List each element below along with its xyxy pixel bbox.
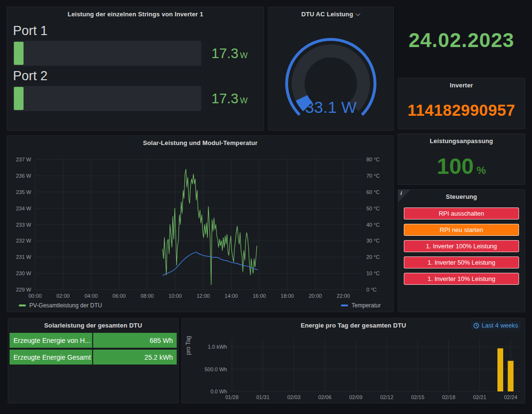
solar-y-left-tick: 234 W: [16, 206, 31, 211]
panel-solar-chart: Solar-Leistung und Modul-Temperatur 237 …: [7, 135, 394, 312]
energy-bar: [508, 361, 514, 391]
port1-gauge: 17.3 W: [13, 41, 258, 66]
solar-x-tick: 20:00: [309, 293, 322, 299]
solar-y-left-tick: 236 W: [16, 173, 31, 179]
energy-y-tick: 500.0 Wh: [205, 366, 227, 372]
solar-y-right-tick: 40 °C: [366, 222, 380, 228]
port1-bar-fill: [14, 42, 24, 65]
solar-y-left-tick: 229 W: [16, 287, 31, 292]
panel-energy-bars: Energie pro Tag der gesamten DTU Last 4 …: [181, 318, 525, 403]
panel-date: 24.02.2023: [398, 7, 525, 74]
panel-leistungsanpassung: Leistungsanpassung 100 %: [398, 134, 525, 185]
panel-strings: Leistung der einzelnen Strings von Inver…: [7, 7, 264, 131]
panel-energy-table: Solarleistung der gesamten DTU Erzeugte …: [8, 318, 179, 403]
solar-y-right-tick: 20 °C: [366, 254, 380, 260]
solar-x-tick: 10:00: [169, 293, 182, 299]
port2-value-unit: W: [240, 96, 248, 106]
solar-x-tick: 06:00: [112, 293, 126, 299]
table-cell-value: 25.2 kWh: [93, 350, 177, 365]
port2-bar-fill: [14, 87, 24, 110]
port2-label: Port 2: [13, 69, 258, 83]
solar-y-left-tick: 230 W: [16, 270, 31, 276]
panel-gauge-title[interactable]: DTU AC Leistung: [268, 7, 393, 21]
solar-x-tick: 12:00: [196, 293, 210, 299]
solar-chart-legend: PV-Gesamtleistung der DTUTemperatur: [7, 302, 393, 309]
panel-strings-title[interactable]: Leistung der einzelnen Strings von Inver…: [7, 7, 264, 21]
solar-x-tick: 04:00: [85, 293, 98, 299]
port1-label: Port 1: [13, 24, 258, 38]
energy-x-tick: 02/18: [442, 394, 456, 400]
solar-x-tick: 00:00: [28, 293, 42, 299]
energy-x-tick: 01/31: [256, 394, 270, 400]
solar-chart-plot: 237 W236 W235 W234 W233 W232 W231 W230 W…: [7, 149, 393, 300]
clock-icon: [473, 323, 479, 329]
solar-y-right-tick: 80 °C: [366, 157, 380, 162]
panel-steuerung: i Steuerung RPI ausschaltenRPI neu start…: [398, 189, 525, 312]
energy-x-tick: 02/03: [287, 394, 301, 400]
panel-steuerung-title[interactable]: Steuerung: [398, 190, 525, 203]
table-cell-label: Erzeugte Energie von H...: [10, 333, 93, 348]
grafana-dashboard: Leistung der einzelnen Strings von Inver…: [0, 0, 532, 414]
solar-y-right-tick: 30 °C: [366, 238, 380, 244]
energy-x-tick: 02/24: [504, 394, 518, 400]
table-row: Erzeugte Energie Gesamt25.2 kWh: [10, 350, 177, 365]
panel-info-corner-icon[interactable]: i: [398, 190, 411, 202]
info-icon: i: [400, 190, 402, 196]
legend-swatch: [19, 304, 26, 306]
legend-label: PV-Gesamtleistung der DTU: [29, 302, 102, 309]
ac-power-gauge: 33.1 W: [268, 21, 393, 129]
gauge-value: 33.1 W: [305, 98, 357, 116]
control-button[interactable]: 1. Inverter 100% Leistung: [404, 240, 519, 252]
time-range-label: Last 4 weeks: [482, 322, 518, 329]
solar-y-left-tick: 231 W: [16, 254, 31, 260]
solar-y-right-tick: 0 °C: [366, 287, 377, 292]
energy-y-tick: 0.0 Wh: [210, 389, 227, 394]
table-cell-label: Erzeugte Energie Gesamt: [10, 350, 93, 365]
panel-inverter-title[interactable]: Inverter: [398, 78, 525, 92]
solar-y-left-tick: 235 W: [16, 189, 31, 195]
control-button[interactable]: RPI ausschalten: [404, 207, 519, 219]
panel-gauge-title-text: DTU AC Leistung: [302, 11, 353, 18]
legend-label: Temperatur: [351, 302, 381, 309]
energy-bar: [497, 348, 503, 391]
energy-x-tick: 02/12: [380, 394, 394, 400]
inverter-serial-value: 114182990957: [408, 101, 515, 120]
port2-value-number: 17.3: [211, 91, 238, 107]
panel-solar-chart-title[interactable]: Solar-Leistung und Modul-Temperatur: [7, 136, 393, 149]
panel-leistungsanpassung-title[interactable]: Leistungsanpassung: [398, 134, 525, 147]
solar-x-tick: 22:00: [337, 293, 350, 299]
solar-y-right-tick: 50 °C: [366, 206, 380, 211]
table-cell-value: 685 Wh: [93, 333, 177, 348]
port1-bar-track: [13, 41, 201, 66]
solar-x-tick: 08:00: [141, 293, 154, 299]
solar-y-left-tick: 237 W: [16, 157, 31, 162]
date-value: 24.02.2023: [409, 29, 514, 52]
legend-item[interactable]: PV-Gesamtleistung der DTU: [19, 302, 102, 309]
chevron-down-icon: [356, 11, 360, 15]
panel-energy-bars-title-text: Energie pro Tag der gesamten DTU: [301, 322, 406, 329]
solar-x-tick: 18:00: [281, 293, 294, 299]
control-button[interactable]: 1. Inverter 10% Leistung: [404, 273, 519, 285]
panel-energy-table-title[interactable]: Solarleistung der gesamten DTU: [8, 318, 178, 332]
legend-swatch: [341, 304, 348, 306]
solar-y-left-tick: 233 W: [16, 222, 31, 228]
energy-y-axis-label: pro Tag: [185, 336, 192, 355]
energy-x-tick: 02/21: [473, 394, 486, 400]
energy-x-tick: 02/15: [411, 394, 424, 400]
energy-x-tick: 01/28: [225, 394, 239, 400]
energy-x-tick: 02/06: [318, 394, 332, 400]
solar-x-tick: 14:00: [225, 293, 238, 299]
energy-y-tick: 1.0 kWh: [208, 344, 227, 350]
panel-time-range-badge[interactable]: Last 4 weeks: [471, 321, 521, 330]
port2-value: 17.3 W: [201, 91, 258, 107]
port1-value: 17.3 W: [201, 46, 258, 61]
solar-x-tick: 16:00: [253, 293, 266, 299]
solar-x-tick: 02:00: [57, 293, 70, 299]
table-row: Erzeugte Energie von H...685 Wh: [10, 333, 177, 348]
panel-gauge: DTU AC Leistung 33.1 W: [268, 7, 394, 131]
control-button[interactable]: RPI neu starten: [404, 224, 519, 236]
power-limit-value: 100: [437, 153, 474, 179]
port2-bar-track: [13, 86, 201, 111]
legend-item[interactable]: Temperatur: [341, 302, 381, 309]
control-button[interactable]: 1. Inverter 50% Leistung: [404, 256, 519, 268]
